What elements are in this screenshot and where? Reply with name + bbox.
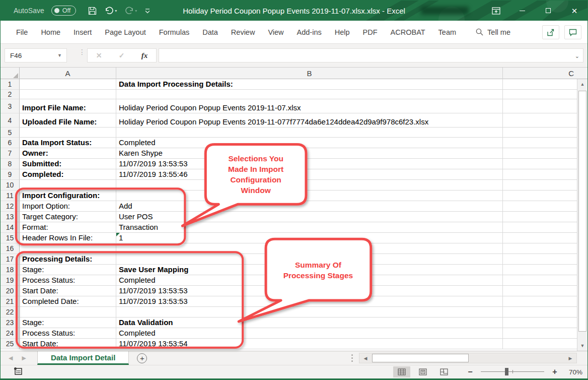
cell-C1[interactable] [503,79,577,90]
cell-C17[interactable] [503,254,577,265]
cell-B20[interactable]: 11/07/2019 13:53:53 [116,286,503,296]
row-header-5[interactable]: 5 [1,128,20,138]
cell-B11[interactable] [116,191,503,201]
row-header-2[interactable]: 2 [1,90,20,99]
cell-A2[interactable] [20,90,116,99]
cell-B21[interactable]: 11/07/2019 13:53:53 [116,296,503,307]
row-header-12[interactable]: 12 [1,201,20,212]
row-header-13[interactable]: 13 [1,212,20,222]
formula-input[interactable] [159,48,583,62]
tab-home[interactable]: Home [34,21,67,44]
row-header-10[interactable]: 10 [1,180,20,191]
share-button[interactable] [542,25,559,39]
row-header-21[interactable]: 21 [1,296,20,307]
horizontal-scrollbar[interactable]: ◀ ▶ [359,353,577,363]
cancel-entry-button[interactable]: ✕ [96,51,102,59]
close-button[interactable]: ✕ [561,1,587,21]
cell-C13[interactable] [503,212,577,222]
expand-formula-bar-icon[interactable]: ⌄ [575,53,579,59]
vertical-scrollbar[interactable]: ▲ ▼ [577,79,587,351]
cell-C8[interactable] [503,159,577,169]
row-header-18[interactable]: 18 [1,265,20,275]
tab-insert[interactable]: Insert [67,21,98,44]
cell-C10[interactable] [503,180,577,191]
normal-view-button[interactable] [393,366,410,377]
tab-page-layout[interactable]: Page Layout [98,21,152,44]
cell-C5[interactable] [503,128,577,138]
tell-me-button[interactable]: Tell me [476,28,510,36]
cell-C6[interactable] [503,138,577,148]
cell-A24[interactable]: Process Status: [20,328,116,339]
cell-B12[interactable]: Add [116,201,503,212]
zoom-out-button[interactable]: − [466,367,475,376]
cell-A3[interactable]: Import File Name: [20,99,116,113]
cell-A18[interactable]: Stage: [20,265,116,275]
row-header-16[interactable]: 16 [1,243,20,254]
cell-B3[interactable]: Holiday Period Coupon Popup Events 2019-… [116,99,503,113]
cell-A6[interactable]: Data Import Status: [20,138,116,148]
tab-pdf[interactable]: PDF [356,21,384,44]
cell-B18[interactable]: Save User Mapping [116,265,503,275]
zoom-slider[interactable] [481,367,544,376]
cell-C14[interactable] [503,222,577,233]
cell-A20[interactable]: Start Date: [20,286,116,296]
row-header-11[interactable]: 11 [1,191,20,201]
autosave-toggle[interactable]: Off [51,6,76,16]
comments-button[interactable] [564,25,581,39]
cell-A14[interactable]: Format: [20,222,116,233]
cell-C7[interactable] [503,148,577,159]
tab-help[interactable]: Help [328,21,356,44]
scroll-down-arrow[interactable]: ▼ [577,341,587,351]
row-header-25[interactable]: 25 [1,339,20,349]
cell-A7[interactable]: Owner: [20,148,116,159]
cell-B2[interactable] [116,90,503,99]
row-header-24[interactable]: 24 [1,328,20,339]
cell-C20[interactable] [503,286,577,296]
cell-C19[interactable] [503,275,577,286]
cell-C24[interactable] [503,328,577,339]
row-header-22[interactable]: 22 [1,307,20,318]
row-header-20[interactable]: 20 [1,286,20,296]
cell-B19[interactable]: Completed [116,275,503,286]
cell-A4[interactable]: Uploaded File Name: [20,113,116,128]
column-header-b[interactable]: B [116,68,503,79]
row-header-19[interactable]: 19 [1,275,20,286]
cell-C11[interactable] [503,191,577,201]
tab-file[interactable]: File [10,21,34,44]
cell-A5[interactable] [20,128,116,138]
cell-B8[interactable]: 11/07/2019 13:53:53 [116,159,503,169]
tab-add-ins[interactable]: Add-ins [290,21,328,44]
row-header-17[interactable]: 17 [1,254,20,265]
sheet-nav-next-icon[interactable]: ▶ [22,355,26,361]
save-button[interactable] [88,7,97,15]
cell-B1[interactable]: Data Import Processing Details: [116,79,503,90]
column-header-c[interactable]: C [503,68,578,79]
insert-function-button[interactable]: fx [141,51,148,60]
cell-B4[interactable]: Holiday Period Coupon Popup Events 2019-… [116,113,503,128]
redo-button[interactable]: ▾ [125,7,137,15]
row-header-3[interactable]: 3 [1,99,20,113]
tab-team[interactable]: Team [432,21,463,44]
cell-B5[interactable] [116,128,503,138]
sheet-nav-prev-icon[interactable]: ◀ [9,355,13,361]
cell-C12[interactable] [503,201,577,212]
cell-C22[interactable] [503,307,577,318]
cell-C4[interactable] [503,113,577,128]
cell-A1[interactable] [20,79,116,90]
cell-A19[interactable]: Process Status: [20,275,116,286]
row-header-14[interactable]: 14 [1,222,20,233]
cell-A10[interactable] [20,180,116,191]
cell-B17[interactable] [116,254,503,265]
cell-A16[interactable] [20,243,116,254]
cell-C21[interactable] [503,296,577,307]
cell-B16[interactable] [116,243,503,254]
cell-A22[interactable] [20,307,116,318]
cell-B10[interactable] [116,180,503,191]
cell-C18[interactable] [503,265,577,275]
cell-A9[interactable]: Completed: [20,169,116,180]
zoom-level[interactable]: 70% [563,368,582,376]
cell-B22[interactable] [116,307,503,318]
cell-B23[interactable]: Data Validation [116,318,503,328]
row-header-9[interactable]: 9 [1,169,20,180]
formula-bar-drag-handle[interactable]: ⋮ [79,50,86,54]
